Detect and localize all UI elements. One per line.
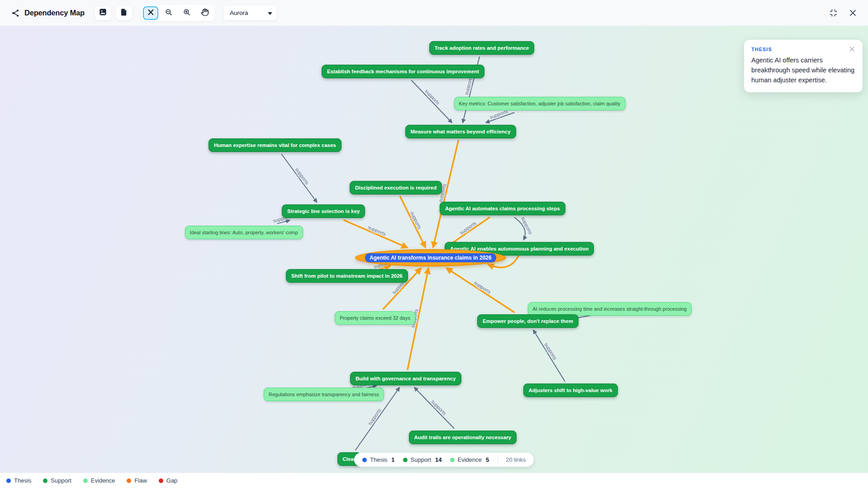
legend-label: Support: [51, 477, 71, 484]
node-empower[interactable]: Empower people, don't replace them: [477, 314, 579, 328]
graph-nodes: Track adoption rates and performanceEsta…: [0, 0, 868, 488]
divider: [497, 456, 498, 464]
node-central[interactable]: Agentic AI transforms insurance claims i…: [355, 249, 506, 266]
legend-label: Gap: [166, 477, 178, 484]
legend-item-flaw: Flaw: [127, 477, 147, 484]
stats-thesis: Thesis 1: [362, 456, 395, 463]
gap-dot-icon: [159, 479, 163, 483]
select-tool-icon: [147, 8, 155, 18]
app-title: Dependency Map: [24, 9, 85, 17]
layout-select[interactable]: Aurora: [223, 5, 277, 21]
document-icon: [120, 8, 128, 18]
legend-label: Evidence: [91, 477, 115, 484]
node-track[interactable]: Track adoption rates and performance: [429, 41, 535, 55]
zoom-out-icon: [165, 8, 173, 18]
links-count: 20 links: [506, 456, 526, 463]
image-icon: [99, 8, 107, 18]
node-build[interactable]: Build with governance and transparency: [350, 372, 461, 385]
evidence-dot-icon: [83, 479, 88, 483]
legend-bar: ThesisSupportEvidenceFlawGap: [0, 473, 868, 488]
stats-label: Support: [411, 456, 432, 463]
stats-count: 1: [391, 456, 394, 463]
export-image-button[interactable]: [95, 5, 112, 21]
node-disciplined[interactable]: Disciplined execution is required: [350, 181, 442, 194]
minimize-icon: [829, 9, 838, 17]
node-human[interactable]: Human expertise remains vital for comple…: [209, 138, 342, 152]
thesis-panel-close-button[interactable]: [849, 46, 855, 52]
evidence-dot-icon: [450, 458, 455, 462]
node-reduces[interactable]: AI reduces processing time and increases…: [528, 302, 692, 316]
thesis-panel-body: Agentic AI offers carriers breakthrough …: [751, 56, 855, 85]
node-audit[interactable]: Audit trails are operationally necessary: [409, 431, 517, 444]
thesis-panel: THESIS Agentic AI offers carriers breakt…: [744, 40, 863, 92]
share-icon[interactable]: [11, 9, 20, 18]
support-dot-icon: [403, 458, 408, 462]
node-adjusters[interactable]: Adjusters shift to high-value work: [523, 384, 618, 397]
stats-label: Thesis: [370, 456, 387, 463]
thesis-node-label: Agentic AI transforms insurance claims i…: [365, 253, 496, 262]
zoom-out-button[interactable]: [161, 6, 176, 20]
node-shift[interactable]: Shift from pilot to mainstream impact in…: [286, 269, 408, 283]
tool-group: [141, 5, 215, 21]
close-icon: [849, 9, 857, 17]
zoom-in-button[interactable]: [179, 6, 194, 20]
close-button[interactable]: [849, 9, 857, 17]
support-dot-icon: [43, 479, 47, 483]
pan-tool-button[interactable]: [197, 6, 213, 20]
stats-evidence: Evidence 5: [450, 456, 489, 463]
legend-item-evidence: Evidence: [83, 477, 115, 484]
legend-item-support: Support: [43, 477, 71, 484]
legend-item-thesis: Thesis: [6, 477, 31, 484]
toolbar: Dependency Map: [0, 0, 868, 26]
export-document-button[interactable]: [115, 5, 133, 21]
node-strategic[interactable]: Strategic line selection is key: [282, 204, 365, 218]
stats-count: 5: [486, 456, 489, 463]
stats-label: Evidence: [458, 456, 482, 463]
layout-select-wrap: Aurora: [223, 5, 277, 21]
exit-fullscreen-button[interactable]: [829, 9, 838, 17]
thesis-panel-heading: THESIS: [751, 47, 772, 52]
zoom-in-icon: [183, 8, 191, 18]
legend-item-gap: Gap: [159, 477, 178, 484]
node-measure[interactable]: Measure what matters beyond efficiency: [405, 125, 516, 138]
legend-label: Thesis: [14, 477, 31, 484]
stats-bar: Thesis 1 Support 14 Evidence 5 20 links: [354, 453, 534, 467]
hand-icon: [201, 8, 209, 18]
node-property[interactable]: Property claims exceed 32 days: [335, 311, 415, 325]
node-keymetrics[interactable]: Key metrics: Customer satisfaction, adju…: [454, 97, 626, 110]
node-regulations[interactable]: Regulations emphasize transparency and f…: [264, 388, 384, 401]
select-tool-button[interactable]: [143, 6, 158, 20]
node-feedback[interactable]: Establish feedback mechanisms for contin…: [322, 65, 484, 78]
stats-count: 14: [435, 456, 441, 463]
stats-support: Support 14: [403, 456, 442, 463]
node-ideal[interactable]: Ideal starting lines: Auto, property, wo…: [185, 226, 303, 239]
thesis-dot-icon: [362, 458, 367, 462]
close-icon: [849, 46, 855, 52]
node-automates[interactable]: Agentic AI automates claims processing s…: [440, 202, 565, 215]
thesis-dot-icon: [6, 479, 11, 483]
flaw-dot-icon: [127, 479, 131, 483]
legend-label: Flaw: [134, 477, 147, 484]
